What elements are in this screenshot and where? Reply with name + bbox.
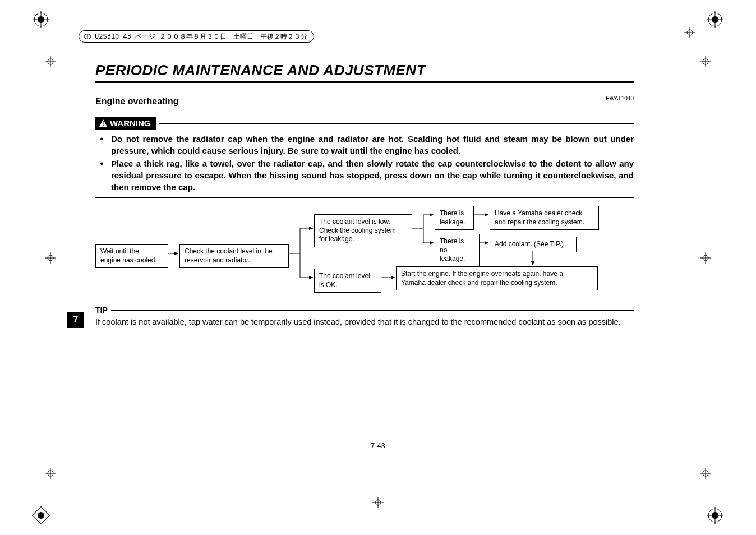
page-tab: 7 <box>67 312 84 328</box>
tip-label: TIP <box>95 306 108 315</box>
section-title: Engine overheating <box>95 96 634 107</box>
warning-list: Do not remove the radiator cap when the … <box>95 133 634 193</box>
crop-mark-top <box>684 27 695 38</box>
page-header-meta: U2S310 43 ページ ２００８年８月３０日 土曜日 午後２時２３分 <box>79 30 314 43</box>
warning-label: ! WARNING <box>95 117 156 130</box>
tip-bottom-rule <box>95 333 634 333</box>
crop-mark <box>700 468 711 479</box>
tip-rule <box>111 310 634 311</box>
flow-arrows <box>95 206 634 296</box>
registration-mark-tl <box>33 11 49 28</box>
registration-mark-bl <box>29 504 53 527</box>
main-content: PERIODIC MAINTENANCE AND ADJUSTMENT Engi… <box>95 62 634 333</box>
tip-text: If coolant is not available, tap water c… <box>95 317 634 328</box>
crop-mark <box>45 468 56 479</box>
warning-header: ! WARNING <box>95 117 634 130</box>
registration-mark-br <box>707 507 723 524</box>
crop-mark <box>700 56 711 67</box>
doc-code: EWAT1040 <box>606 95 634 102</box>
svg-point-9 <box>36 511 46 520</box>
crop-mark <box>45 252 56 264</box>
crop-mark <box>700 252 711 264</box>
warning-label-text: WARNING <box>110 118 151 128</box>
page-number: 7-43 <box>371 441 385 450</box>
warning-rule <box>159 123 634 124</box>
svg-text:!: ! <box>102 121 104 127</box>
warning-item: Do not remove the radiator cap when the … <box>111 133 634 156</box>
registration-mark-tr <box>707 11 723 28</box>
crop-mark <box>45 56 56 67</box>
flowchart: Wait until the engine has cooled. Check … <box>95 206 634 296</box>
crop-mark-bottom <box>372 497 384 508</box>
chapter-title: PERIODIC MAINTENANCE AND ADJUSTMENT <box>95 62 634 83</box>
meta-header-text: U2S310 43 ページ ２００８年８月３０日 土曜日 午後２時２３分 <box>95 32 307 41</box>
warning-triangle-icon: ! <box>99 119 108 128</box>
warning-bottom-rule <box>95 197 634 198</box>
tip-header: TIP <box>95 306 634 315</box>
book-icon <box>84 33 91 40</box>
warning-item: Place a thick rag, like a towel, over th… <box>111 158 634 193</box>
